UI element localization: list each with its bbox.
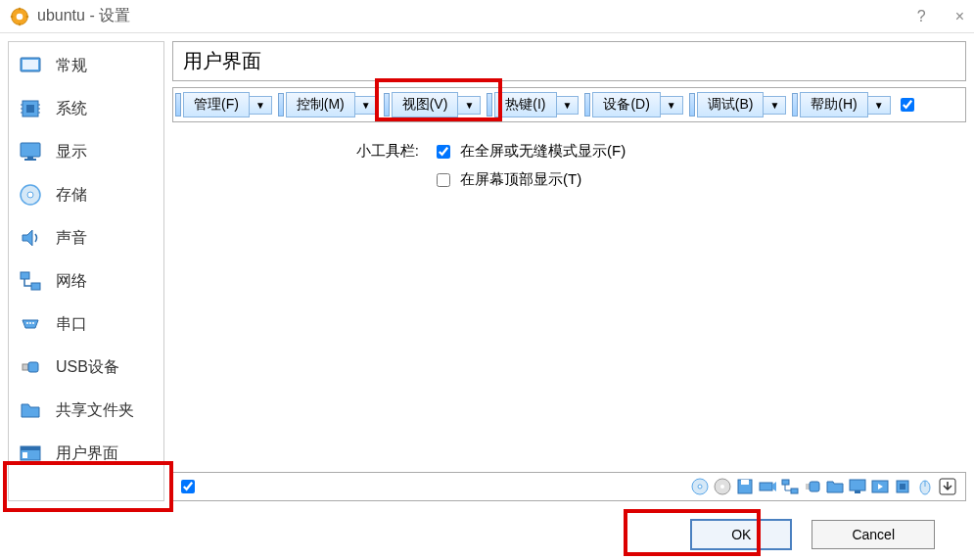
mouse-icon[interactable] (915, 477, 935, 496)
toolbar-handle[interactable] (175, 93, 181, 117)
menu-input[interactable]: 热键(I)▼ (494, 92, 579, 117)
svg-rect-26 (23, 364, 28, 370)
svg-point-32 (698, 485, 702, 489)
chevron-down-icon[interactable]: ▼ (355, 96, 378, 115)
svg-point-25 (32, 322, 34, 324)
svg-rect-36 (741, 480, 749, 485)
menu-machine[interactable]: 控制(M)▼ (286, 92, 378, 117)
help-button[interactable]: ? (917, 8, 926, 25)
sidebar-item-label: 存储 (56, 185, 87, 206)
top-checkbox-label: 在屏幕顶部显示(T) (460, 170, 581, 189)
svg-rect-38 (782, 480, 789, 485)
sidebar-item-label: 网络 (56, 271, 87, 292)
download-icon[interactable] (938, 477, 957, 496)
folder-status-icon[interactable] (825, 477, 845, 496)
svg-rect-37 (760, 483, 772, 490)
mini-toolbar-label: 小工具栏: (192, 142, 427, 161)
toolbar-handle[interactable] (689, 93, 695, 117)
serial-icon (19, 312, 42, 336)
audio-icon (19, 226, 42, 250)
sidebar-item-audio[interactable]: 声音 (9, 216, 163, 259)
sidebar-item-storage[interactable]: 存储 (9, 173, 163, 216)
svg-rect-21 (21, 272, 29, 279)
toolbar-handle[interactable] (584, 93, 590, 117)
sidebar-item-serial[interactable]: 串口 (9, 303, 163, 346)
menu-devices[interactable]: 设备(D)▼ (592, 92, 682, 117)
svg-rect-39 (791, 489, 798, 493)
recorder-icon[interactable] (758, 477, 777, 496)
cancel-button[interactable]: Cancel (812, 520, 935, 549)
usb-status-icon[interactable] (803, 477, 822, 496)
sidebar-item-label: 显示 (56, 142, 87, 163)
optical-icon[interactable] (713, 477, 732, 496)
chevron-down-icon[interactable]: ▼ (458, 96, 481, 115)
menu-debug[interactable]: 调试(B)▼ (697, 92, 787, 117)
svg-point-24 (29, 322, 31, 324)
toolbar-handle[interactable] (487, 93, 492, 117)
svg-rect-18 (24, 159, 36, 161)
fullscreen-checkbox[interactable] (437, 145, 450, 159)
sidebar-item-label: 常规 (56, 56, 87, 76)
floppy-icon[interactable] (735, 477, 755, 496)
display-status-icon[interactable] (848, 477, 867, 496)
chevron-down-icon[interactable]: ▼ (557, 96, 580, 115)
chevron-down-icon[interactable]: ▼ (868, 96, 891, 115)
disk-icon[interactable] (690, 477, 710, 496)
svg-rect-17 (27, 157, 33, 159)
svg-rect-43 (855, 490, 860, 493)
svg-rect-30 (23, 452, 27, 458)
svg-rect-47 (900, 484, 905, 490)
svg-rect-42 (850, 480, 865, 490)
folder-icon (19, 398, 42, 422)
display-icon (19, 140, 42, 163)
window-title: ubuntu - 设置 (37, 6, 917, 26)
chevron-down-icon[interactable]: ▼ (250, 96, 272, 115)
svg-rect-27 (28, 362, 38, 372)
svg-point-34 (720, 485, 724, 489)
network-status-icon[interactable] (780, 477, 800, 496)
toolbar-handle[interactable] (278, 93, 284, 117)
sidebar-item-system[interactable]: 系统 (9, 87, 163, 130)
general-icon (19, 54, 42, 77)
sidebar-item-label: 用户界面 (56, 443, 118, 464)
toolbar-enable-checkbox[interactable] (901, 98, 914, 112)
sidebar-item-label: 串口 (56, 314, 87, 335)
page-title: 用户界面 (172, 41, 966, 81)
sidebar-item-shared-folders[interactable]: 共享文件夹 (9, 389, 163, 432)
menu-file[interactable]: 管理(F)▼ (183, 92, 272, 117)
sidebar-item-display[interactable]: 显示 (9, 130, 163, 173)
sidebar-item-usb[interactable]: USB设备 (9, 346, 163, 389)
svg-rect-9 (26, 105, 34, 113)
svg-rect-16 (21, 143, 40, 157)
top-checkbox[interactable] (437, 173, 450, 187)
ok-button[interactable]: OK (690, 519, 792, 550)
storage-icon (19, 183, 42, 207)
fullscreen-checkbox-label: 在全屏或无缝模式显示(F) (460, 142, 626, 161)
menu-help[interactable]: 帮助(H)▼ (800, 92, 890, 117)
svg-rect-29 (21, 446, 40, 450)
sidebar-item-label: USB设备 (56, 357, 119, 378)
statusbar-enable-checkbox[interactable] (181, 480, 195, 493)
sidebar-item-label: 共享文件夹 (56, 400, 134, 421)
svg-rect-41 (810, 482, 819, 491)
sidebar-item-general[interactable]: 常规 (9, 44, 163, 87)
close-button[interactable]: × (955, 8, 964, 25)
system-icon (19, 97, 42, 120)
svg-rect-22 (31, 283, 40, 290)
svg-point-23 (26, 322, 28, 324)
toolbar-handle[interactable] (792, 93, 798, 117)
titlebar: ubuntu - 设置 ? × (0, 0, 974, 33)
network-icon (19, 269, 42, 293)
ui-icon (19, 442, 42, 465)
sidebar-item-network[interactable]: 网络 (9, 259, 163, 303)
sidebar-item-user-interface[interactable]: 用户界面 (9, 432, 163, 475)
chevron-down-icon[interactable]: ▼ (661, 96, 683, 115)
status-toolbar (172, 472, 966, 501)
toolbar-handle[interactable] (384, 93, 390, 117)
chip-icon[interactable] (893, 477, 912, 496)
chevron-down-icon[interactable]: ▼ (764, 96, 786, 115)
menu-view[interactable]: 视图(V)▼ (392, 92, 482, 117)
video-icon[interactable] (870, 477, 890, 496)
app-icon (10, 7, 29, 26)
usb-icon (19, 355, 42, 379)
